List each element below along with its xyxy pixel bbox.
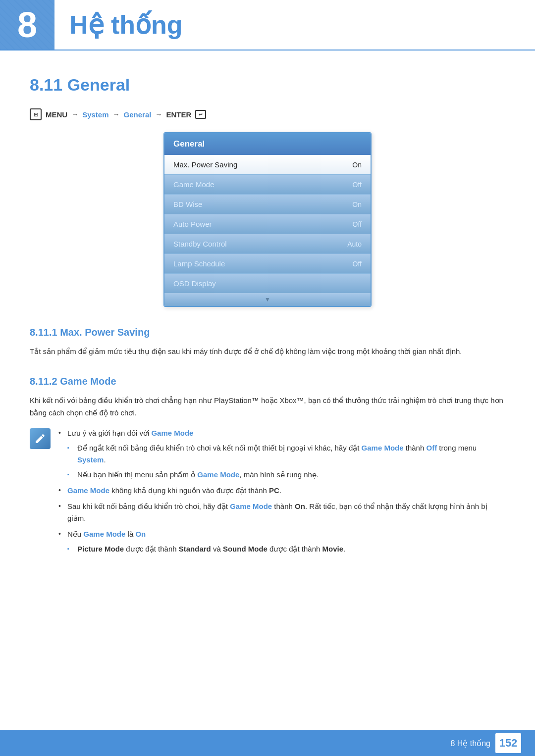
menu-item-label: Lamp Schedule [173, 259, 225, 268]
breadcrumb: ⊞ MENU → System → General → ENTER ↵ [30, 108, 505, 120]
enter-icon: ↵ [195, 110, 206, 119]
note-box: Lưu ý và giới hạn đối với Game ModeĐể ng… [30, 427, 505, 559]
subsection-title-2: 8.11.2 Game Mode [30, 376, 505, 387]
menu-item-value: Off [353, 220, 362, 228]
menu-item[interactable]: OSD Display [164, 274, 371, 293]
menu-item-value: Off [353, 260, 362, 268]
menu-item-value: On [352, 201, 362, 208]
menu-item-label: Max. Power Saving [173, 160, 237, 169]
subsection-2-title: Game Mode [60, 376, 116, 387]
menu-item-label: BD Wise [173, 200, 202, 208]
menu-item-label: Auto Power [173, 220, 212, 228]
pencil-icon [34, 433, 46, 445]
section-title: 8.11 General [30, 75, 505, 95]
list-item: Để ngắt kết nối bảng điều khiển trò chơi… [67, 442, 505, 466]
note-content: Lưu ý và giới hạn đối với Game ModeĐể ng… [58, 427, 505, 559]
menu-item-label: Standby Control [173, 240, 227, 248]
menu-header: General [164, 133, 371, 155]
list-item: Nếu bạn hiển thị menu sản phẩm ở Game Mo… [67, 469, 505, 481]
footer-label: 8 Hệ thống [451, 739, 490, 748]
menu-item[interactable]: Auto PowerOff [164, 214, 371, 234]
menu-ui-box: General Max. Power SavingOnGame ModeOffB… [163, 132, 372, 307]
list-item: Picture Mode được đặt thành Standard và … [67, 543, 505, 555]
menu-item-value: On [352, 161, 362, 169]
chapter-title: Hệ thống [69, 10, 183, 40]
subsection-1-title: Max. Power Saving [60, 327, 150, 338]
menu-label: MENU [46, 110, 67, 119]
header-section: 8 Hệ thống [0, 0, 535, 50]
main-content: 8.11 General ⊞ MENU → System → General →… [0, 65, 535, 603]
chapter-title-area: Hệ thống [54, 0, 183, 50]
nav-general: General [124, 110, 152, 119]
footer: 8 Hệ thống 152 [0, 730, 535, 756]
list-item: Nếu Game Mode là OnPicture Mode được đặt… [58, 528, 505, 555]
subsection-2-body: Khi kết nối với bảng điều khiển trò chơi… [30, 394, 505, 419]
chapter-number: 8 [17, 4, 37, 45]
list-item: Lưu ý và giới hạn đối với Game ModeĐể ng… [58, 427, 505, 481]
list-item: Game Mode không khả dụng khi nguồn vào đ… [58, 485, 505, 497]
menu-item[interactable]: Max. Power SavingOn [164, 155, 371, 175]
menu-item[interactable]: Game ModeOff [164, 175, 371, 195]
nav-enter-label: ENTER [166, 110, 191, 119]
chapter-number-box: 8 [0, 0, 54, 50]
nav-arrow-2: → [113, 110, 120, 118]
menu-item-value: Auto [347, 240, 362, 248]
nav-system: System [82, 110, 108, 119]
menu-item[interactable]: Lamp ScheduleOff [164, 254, 371, 274]
nav-arrow-1: → [71, 110, 78, 118]
menu-item-value: Off [353, 181, 362, 189]
list-item: Sau khi kết nối bảng điều khiển trò chơi… [58, 501, 505, 524]
notes-list: Lưu ý và giới hạn đối với Game ModeĐể ng… [58, 427, 505, 555]
subsection-1-body: Tắt sản phẩm để giảm mức tiêu thụ điện s… [30, 345, 505, 358]
subsection-title-1: 8.11.1 Max. Power Saving [30, 327, 505, 338]
subsection-1-number: 8.11.1 [30, 327, 57, 338]
menu-item[interactable]: BD WiseOn [164, 195, 371, 214]
menu-icon: ⊞ [30, 108, 42, 120]
menu-item[interactable]: Standby ControlAuto [164, 234, 371, 254]
subsection-2-number: 8.11.2 [30, 376, 57, 387]
menu-scroll-arrow: ▼ [164, 293, 371, 306]
note-icon [30, 428, 51, 449]
nav-arrow-3: → [155, 110, 162, 118]
menu-item-label: Game Mode [173, 180, 214, 189]
menu-items-container: Max. Power SavingOnGame ModeOffBD WiseOn… [164, 155, 371, 293]
menu-item-label: OSD Display [173, 279, 216, 288]
footer-page-number: 152 [495, 733, 521, 753]
